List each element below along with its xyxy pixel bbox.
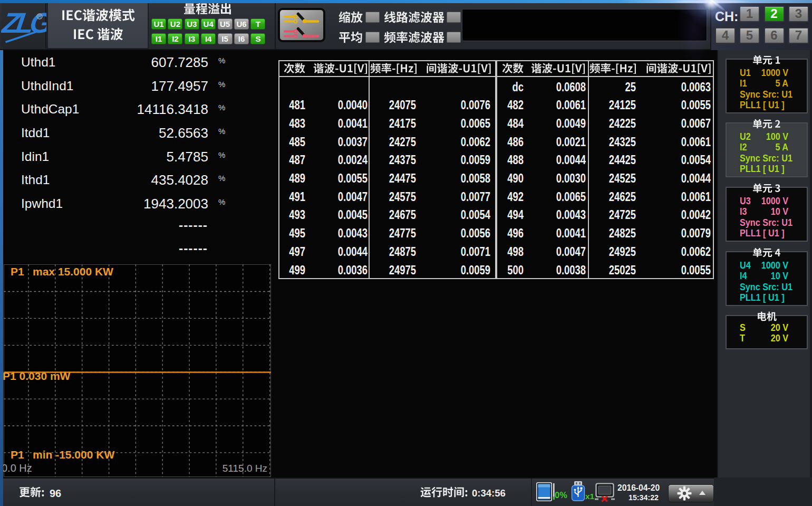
- svg-text:R: R: [38, 14, 41, 19]
